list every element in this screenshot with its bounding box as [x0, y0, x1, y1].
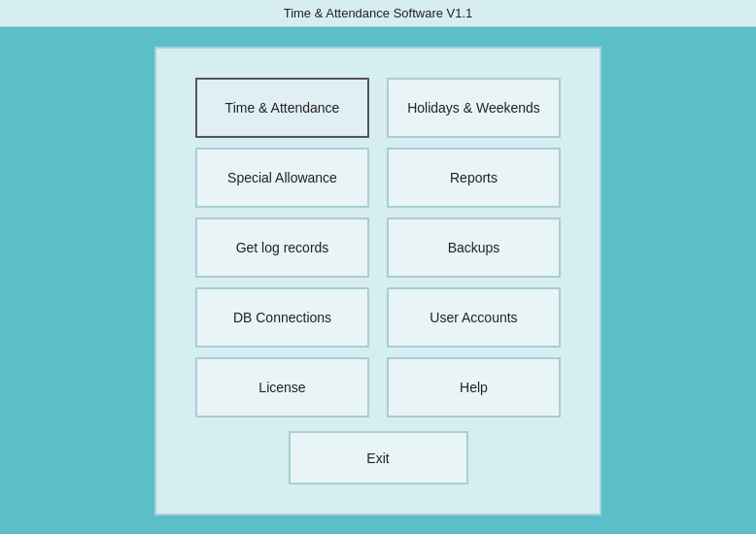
main-container: Time & Attendance Holidays & Weekends Sp…: [155, 47, 601, 516]
special-allowance-button[interactable]: Special Allowance: [195, 148, 369, 208]
row-2: Special Allowance Reports: [195, 148, 561, 208]
holidays-weekends-button[interactable]: Holidays & Weekends: [387, 78, 561, 138]
time-attendance-button[interactable]: Time & Attendance: [195, 78, 369, 138]
row-exit: Exit: [289, 431, 468, 484]
row-5: License Help: [195, 357, 561, 417]
db-connections-button[interactable]: DB Connections: [195, 287, 369, 348]
row-4: DB Connections User Accounts: [195, 287, 561, 348]
help-button[interactable]: Help: [387, 357, 561, 417]
license-button[interactable]: License: [195, 357, 369, 417]
reports-button[interactable]: Reports: [387, 148, 561, 208]
user-accounts-button[interactable]: User Accounts: [387, 287, 561, 348]
app-title: Time & Attendance Software V1.1: [284, 6, 473, 20]
row-3: Get log records Backups: [195, 217, 561, 278]
backups-button[interactable]: Backups: [387, 217, 561, 278]
exit-button[interactable]: Exit: [289, 431, 468, 484]
row-1: Time & Attendance Holidays & Weekends: [195, 78, 561, 138]
title-bar: Time & Attendance Software V1.1: [0, 0, 756, 27]
get-log-records-button[interactable]: Get log records: [195, 217, 369, 278]
